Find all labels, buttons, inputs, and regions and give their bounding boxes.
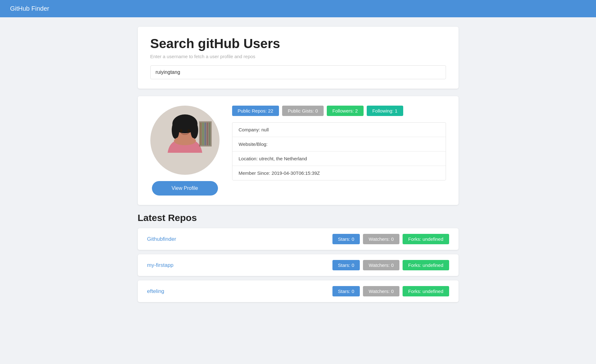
- repo-watchers-badge: Watchers: 0: [363, 260, 399, 270]
- badge-followers: Followers: 2: [327, 106, 364, 116]
- badge-following: Following: 1: [367, 106, 403, 116]
- badge-public-repos: Public Repos: 22: [232, 106, 279, 116]
- repo-card: my-firstapp Stars: 0 Watchers: 0 Forks: …: [138, 254, 459, 276]
- profile-badges-row: Public Repos: 22 Public Gists: 0 Followe…: [232, 106, 446, 116]
- search-input[interactable]: [150, 65, 446, 79]
- repos-list: Githubfinder Stars: 0 Watchers: 0 Forks:…: [138, 228, 459, 302]
- navbar: GitHub Finder: [0, 0, 596, 17]
- profile-right: Public Repos: 22 Public Gists: 0 Followe…: [232, 106, 446, 180]
- repo-forks-badge: Forks: undefined: [403, 234, 449, 244]
- view-profile-button[interactable]: View Profile: [152, 181, 218, 196]
- avatar-image: [150, 106, 220, 175]
- info-location: Location: utrecht, the Netherland: [232, 152, 446, 166]
- repo-card: efteling Stars: 0 Watchers: 0 Forks: und…: [138, 280, 459, 302]
- repo-watchers-badge: Watchers: 0: [363, 286, 399, 296]
- search-card: Search gitHub Users Enter a username to …: [138, 27, 459, 89]
- navbar-brand: GitHub Finder: [10, 5, 49, 12]
- profile-left: View Profile: [150, 106, 220, 196]
- info-member-since: Member Since: 2019-04-30T06:15:39Z: [232, 166, 446, 180]
- svg-rect-12: [207, 123, 208, 145]
- profile-card: View Profile Public Repos: 22 Public Gis…: [138, 96, 459, 205]
- repo-badges: Stars: 0 Watchers: 0 Forks: undefined: [332, 286, 449, 296]
- repo-badges: Stars: 0 Watchers: 0 Forks: undefined: [332, 260, 449, 270]
- svg-point-6: [180, 129, 182, 132]
- svg-point-7: [187, 129, 190, 132]
- repo-name[interactable]: Githubfinder: [147, 236, 176, 242]
- svg-point-3: [172, 121, 179, 139]
- svg-rect-13: [209, 123, 210, 145]
- repo-badges: Stars: 0 Watchers: 0 Forks: undefined: [332, 234, 449, 244]
- repo-card: Githubfinder Stars: 0 Watchers: 0 Forks:…: [138, 228, 459, 250]
- repo-name[interactable]: my-firstapp: [147, 262, 174, 268]
- badge-public-gists: Public Gists: 0: [282, 106, 324, 116]
- repo-stars-badge: Stars: 0: [332, 234, 360, 244]
- svg-rect-9: [200, 123, 202, 145]
- svg-rect-10: [202, 123, 204, 145]
- repo-stars-badge: Stars: 0: [332, 260, 360, 270]
- svg-rect-11: [204, 123, 206, 145]
- search-title: Search gitHub Users: [150, 36, 446, 51]
- svg-point-4: [191, 121, 198, 139]
- profile-info-table: Company: null Website/Blog: Location: ut…: [232, 122, 446, 180]
- repo-watchers-badge: Watchers: 0: [363, 234, 399, 244]
- repo-forks-badge: Forks: undefined: [403, 260, 449, 270]
- repo-forks-badge: Forks: undefined: [403, 286, 449, 296]
- repos-section-title: Latest Repos: [138, 212, 459, 223]
- svg-point-5: [174, 136, 196, 145]
- repo-name[interactable]: efteling: [147, 288, 164, 295]
- info-website: Website/Blog:: [232, 137, 446, 152]
- avatar: [150, 106, 220, 175]
- search-subtitle: Enter a username to fetch a user profile…: [150, 54, 446, 59]
- main-container: Search gitHub Users Enter a username to …: [131, 17, 465, 316]
- repo-stars-badge: Stars: 0: [332, 286, 360, 296]
- info-company: Company: null: [232, 123, 446, 137]
